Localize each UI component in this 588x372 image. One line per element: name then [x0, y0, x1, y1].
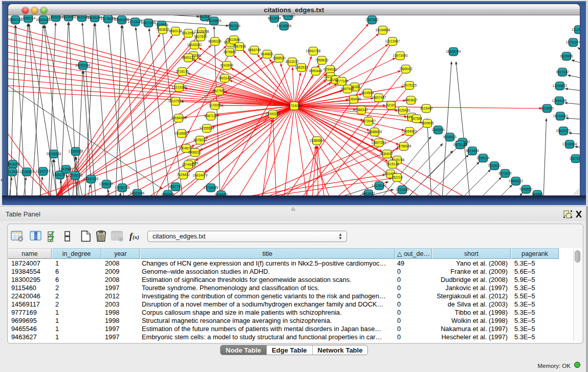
svg-text:6497568: 6497568	[341, 87, 354, 91]
svg-text:6990448: 6990448	[309, 69, 322, 73]
svg-text:15716485: 15716485	[204, 186, 219, 189]
svg-text:69661606: 69661606	[115, 18, 129, 21]
svg-text:15751074: 15751074	[566, 40, 580, 44]
svg-text:9777169: 9777169	[281, 15, 295, 17]
svg-text:9146821: 9146821	[260, 52, 274, 56]
svg-text:16210643: 16210643	[553, 114, 568, 118]
svg-text:19218506: 19218506	[277, 24, 292, 28]
svg-text:2867608: 2867608	[233, 45, 246, 48]
svg-text:12213967: 12213967	[385, 39, 400, 43]
svg-text:1574902: 1574902	[182, 163, 195, 166]
svg-text:18300295: 18300295	[49, 15, 63, 19]
svg-text:16154808: 16154808	[376, 28, 390, 32]
svg-text:11958107: 11958107	[99, 182, 114, 186]
svg-text:10654112: 10654112	[509, 179, 524, 183]
svg-text:6875123: 6875123	[453, 143, 467, 146]
svg-text:20053346: 20053346	[76, 63, 91, 67]
svg-text:1588520: 1588520	[272, 56, 286, 60]
svg-text:9657791: 9657791	[169, 185, 182, 188]
svg-text:16648784: 16648784	[446, 50, 461, 53]
svg-text:8454749: 8454749	[248, 48, 261, 52]
svg-text:2803144: 2803144	[218, 76, 231, 80]
svg-text:9115460: 9115460	[420, 106, 433, 110]
svg-text:(x): (x)	[133, 234, 139, 240]
svg-text:9227342: 9227342	[556, 70, 569, 74]
svg-text:944556: 944556	[532, 192, 543, 195]
svg-text:9115460: 9115460	[62, 15, 75, 18]
svg-text:26616203: 26616203	[8, 162, 20, 166]
svg-text:9699695: 9699695	[421, 121, 434, 125]
svg-text:62160: 62160	[386, 103, 396, 107]
svg-text:7386322: 7386322	[355, 108, 368, 112]
svg-text:17957255: 17957255	[84, 177, 99, 181]
svg-text:17016504: 17016504	[562, 142, 577, 146]
svg-text:1640954: 1640954	[431, 128, 445, 132]
svg-text:10961758: 10961758	[306, 49, 321, 53]
svg-text:2087682: 2087682	[365, 18, 379, 21]
svg-text:9474444: 9474444	[466, 149, 479, 152]
svg-text:16782759: 16782759	[115, 186, 130, 189]
svg-text:8215955: 8215955	[540, 106, 554, 110]
svg-text:15692971: 15692971	[556, 129, 571, 133]
svg-text:14136141: 14136141	[372, 184, 387, 187]
svg-text:16671355: 16671355	[141, 21, 156, 25]
svg-text:2718176: 2718176	[176, 70, 189, 73]
svg-text:9890123: 9890123	[182, 56, 195, 59]
svg-text:12505135: 12505135	[68, 173, 83, 177]
svg-text:1167533: 1167533	[570, 157, 580, 160]
svg-text:2935114: 2935114	[477, 156, 490, 160]
svg-text:25300215: 25300215	[266, 112, 280, 116]
svg-text:9463546: 9463546	[198, 15, 211, 18]
svg-text:8678332: 8678332	[193, 138, 207, 142]
svg-text:10973493: 10973493	[393, 54, 408, 57]
svg-text:12975115: 12975115	[402, 83, 417, 87]
svg-text:1170065: 1170065	[209, 103, 222, 107]
svg-text:10025433: 10025433	[396, 108, 410, 112]
svg-text:17359928: 17359928	[69, 149, 83, 153]
svg-text:16543382: 16543382	[187, 43, 202, 47]
svg-text:9463627: 9463627	[362, 192, 375, 195]
svg-text:12093872: 12093872	[553, 84, 568, 87]
svg-text:8813054: 8813054	[268, 16, 281, 20]
svg-text:11124456: 11124456	[572, 28, 580, 31]
svg-text:12355594: 12355594	[200, 126, 214, 130]
svg-text:20206553: 20206553	[47, 152, 61, 156]
svg-text:17654925: 17654925	[171, 116, 186, 120]
svg-text:9463627: 9463627	[404, 98, 418, 102]
svg-text:9777169: 9777169	[335, 79, 349, 83]
svg-text:10807487: 10807487	[372, 96, 386, 99]
svg-text:6794028: 6794028	[323, 68, 337, 71]
svg-text:1733426: 1733426	[396, 188, 409, 191]
svg-text:19654923: 19654923	[402, 129, 417, 133]
svg-text:16033809: 16033809	[207, 19, 222, 23]
svg-text:18724007: 18724007	[286, 103, 302, 108]
svg-text:252214: 252214	[391, 176, 403, 179]
svg-text:15720407: 15720407	[361, 119, 376, 123]
svg-text:9329966: 9329966	[560, 54, 573, 58]
svg-text:15276022: 15276022	[101, 17, 116, 20]
svg-text:12444156: 12444156	[552, 99, 567, 102]
svg-text:3624554: 3624554	[361, 91, 374, 95]
svg-text:8267130: 8267130	[204, 114, 217, 118]
svg-text:167564: 167564	[411, 117, 422, 120]
svg-text:8938923: 8938923	[443, 135, 456, 139]
svg-text:9242848: 9242848	[220, 63, 233, 67]
svg-text:8498222: 8498222	[188, 150, 202, 154]
svg-text:12213389: 12213389	[172, 85, 187, 89]
svg-text:7625402: 7625402	[177, 173, 190, 177]
svg-text:8912954: 8912954	[182, 31, 195, 35]
svg-text:18807249: 18807249	[372, 141, 386, 144]
svg-text:9084067: 9084067	[380, 152, 394, 156]
svg-text:16914479: 16914479	[193, 173, 208, 177]
svg-text:19384554: 19384554	[310, 139, 324, 142]
svg-text:8186328: 8186328	[208, 39, 222, 43]
svg-text:19756928: 19756928	[397, 144, 411, 148]
svg-text:1615132: 1615132	[386, 162, 399, 166]
svg-text:3875685: 3875685	[223, 50, 236, 54]
svg-text:13975887: 13975887	[59, 167, 74, 171]
svg-text:11923446: 11923446	[130, 191, 145, 195]
svg-text:9410546: 9410546	[227, 38, 241, 41]
svg-text:7955812: 7955812	[315, 58, 329, 62]
svg-text:14055714: 14055714	[21, 16, 36, 20]
svg-text:10688609: 10688609	[367, 130, 382, 134]
